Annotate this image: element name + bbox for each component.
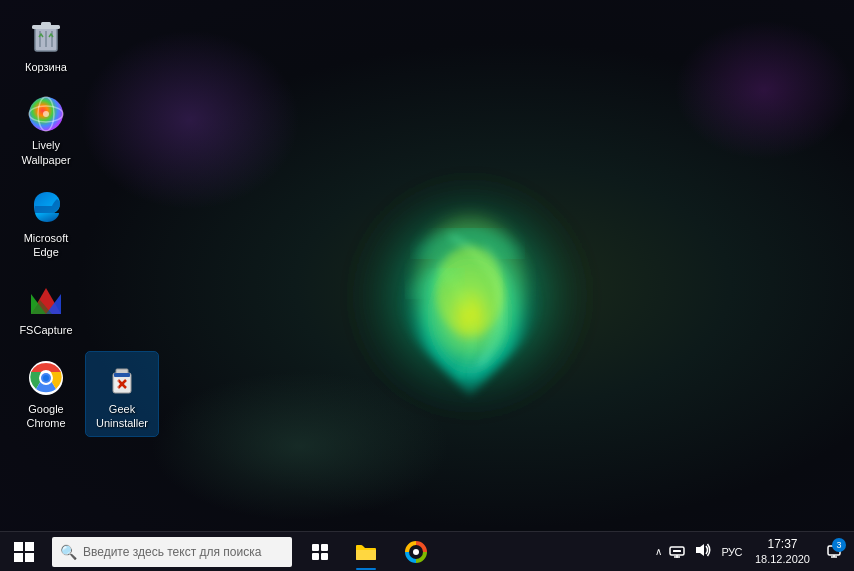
svg-point-32 (413, 549, 419, 555)
fscapture-label: FSCapture (19, 323, 72, 337)
notification-center-button[interactable]: 3 (820, 532, 848, 572)
microsoft-edge-icon (26, 187, 66, 227)
tray-expand-button[interactable]: ∧ (655, 546, 662, 557)
desktop-icon-recycle-bin[interactable]: Корзина (10, 10, 82, 80)
microsoft-edge-label: Microsoft Edge (14, 231, 78, 260)
google-chrome-icon (26, 358, 66, 398)
desktop-icon-lively-wallpaper[interactable]: Lively Wallpaper (10, 88, 82, 173)
bottom-icon-row: Google Chrome (10, 352, 158, 445)
lively-wallpaper-label: Lively Wallpaper (14, 138, 78, 167)
svg-rect-30 (321, 553, 328, 560)
desktop-icon-google-chrome[interactable]: Google Chrome (10, 352, 82, 437)
geek-uninstaller-icon (102, 358, 142, 398)
flame-orb (330, 136, 610, 436)
system-tray: ∧ РУС (649, 532, 854, 572)
recycle-bin-icon (26, 16, 66, 56)
desktop-icon-microsoft-edge[interactable]: Microsoft Edge (10, 181, 82, 266)
svg-rect-28 (321, 544, 328, 551)
language-indicator[interactable]: РУС (718, 544, 745, 560)
desktop: Корзина (0, 0, 854, 571)
svg-rect-36 (673, 550, 681, 552)
svg-rect-23 (114, 373, 130, 377)
windows-logo-icon (14, 542, 34, 562)
notification-badge: 3 (832, 538, 846, 552)
taskbar-icon-area (300, 532, 440, 572)
recycle-bin-label: Корзина (25, 60, 67, 74)
ms-store-taskbar[interactable] (392, 532, 440, 572)
svg-point-2 (435, 246, 505, 336)
svg-rect-5 (41, 22, 51, 26)
svg-marker-37 (696, 544, 704, 556)
geek-uninstaller-label: Geek Uninstaller (90, 402, 154, 431)
svg-point-20 (43, 375, 49, 381)
desktop-icons: Корзина (10, 10, 158, 444)
bg-blob-right (674, 20, 854, 160)
search-bar[interactable]: 🔍 Введите здесь текст для поиска (52, 537, 292, 567)
svg-rect-29 (312, 553, 319, 560)
fscapture-icon (26, 279, 66, 319)
google-chrome-label: Google Chrome (14, 402, 78, 431)
clock-date: 18.12.2020 (755, 552, 810, 566)
taskbar: 🔍 Введите здесь текст для поиска (0, 531, 854, 571)
svg-rect-27 (312, 544, 319, 551)
search-placeholder-text: Введите здесь текст для поиска (83, 545, 261, 559)
clock-time: 17:37 (767, 537, 797, 553)
clock-area[interactable]: 17:37 18.12.2020 (749, 535, 816, 569)
lively-wallpaper-icon (26, 94, 66, 134)
desktop-icon-fscapture[interactable]: FSCapture (10, 273, 82, 343)
network-icon[interactable] (666, 540, 688, 563)
svg-rect-26 (115, 378, 119, 390)
search-icon: 🔍 (60, 544, 77, 560)
desktop-icon-geek-uninstaller[interactable]: Geek Uninstaller (86, 352, 158, 437)
svg-point-12 (43, 111, 49, 117)
start-button[interactable] (0, 532, 48, 572)
task-view-button[interactable] (300, 532, 340, 572)
volume-icon[interactable] (692, 540, 714, 563)
file-explorer-indicator (356, 568, 376, 570)
file-explorer-taskbar[interactable] (342, 532, 390, 572)
